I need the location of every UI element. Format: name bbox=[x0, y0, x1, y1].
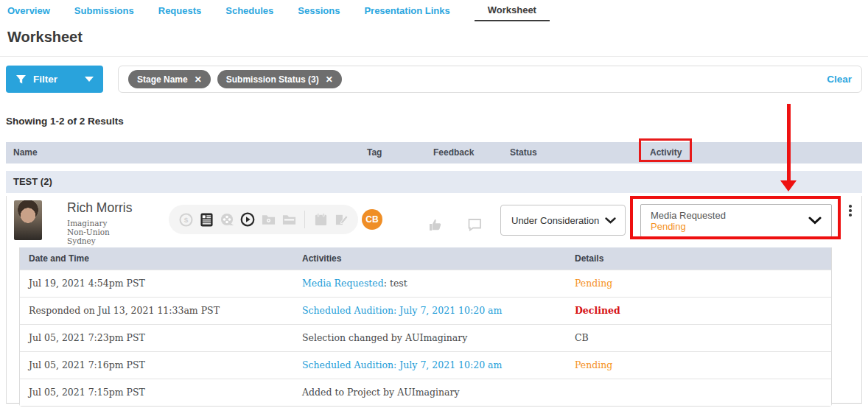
activity-description: Scheduled Audition: July 7, 2021 10:20 a… bbox=[302, 352, 502, 379]
activity-history-table: Date and Time Activities Details Jul 19,… bbox=[19, 247, 832, 407]
activity-detail: Pending bbox=[575, 270, 612, 297]
activity-link[interactable]: Scheduled Audition: July 7, 2021 10:20 a… bbox=[302, 305, 502, 316]
group-header-row[interactable]: TEST (2) bbox=[6, 171, 862, 193]
filter-button-label: Filter bbox=[33, 74, 57, 85]
page-title: Worksheet bbox=[7, 29, 83, 46]
activity-table-row: Jul 05, 2021 7:15pm PST Added to Project… bbox=[20, 379, 831, 406]
column-header-date-and-time: Date and Time bbox=[29, 247, 89, 270]
column-header-details: Details bbox=[575, 247, 603, 270]
column-header-tag: Tag bbox=[367, 142, 382, 163]
activity-detail: CB bbox=[575, 325, 589, 351]
column-header-name: Name bbox=[13, 142, 38, 163]
media-icons-pill: $ bbox=[169, 205, 358, 234]
remove-chip-icon[interactable]: ✕ bbox=[195, 74, 202, 85]
filter-chip-label: Stage Name bbox=[137, 74, 188, 85]
worksheet-table-header: Name Tag Feedback Status Activity bbox=[6, 142, 862, 163]
pill-divider bbox=[304, 211, 305, 228]
activity-text: Selection changed by AUImaginary bbox=[302, 332, 467, 343]
activity-datetime: Responded on Jul 13, 2021 11:33am PST bbox=[29, 298, 220, 324]
filter-chip-label: Submission Status (3) bbox=[226, 74, 319, 85]
resume-icon[interactable] bbox=[199, 212, 214, 227]
talent-headshot[interactable] bbox=[14, 200, 42, 240]
tab-presentation-links[interactable]: Presentation Links bbox=[364, 0, 449, 21]
activity-text: : test bbox=[384, 278, 407, 289]
reel-icon[interactable] bbox=[220, 212, 234, 227]
notes-icon[interactable] bbox=[334, 212, 349, 227]
activity-datetime: Jul 05, 2021 7:15pm PST bbox=[29, 379, 145, 406]
clear-filters-link[interactable]: Clear bbox=[827, 74, 852, 85]
activity-description: Media Requested: test bbox=[302, 270, 407, 297]
talent-agency: Imaginary bbox=[67, 219, 110, 228]
activity-table-header: Date and Time Activities Details bbox=[20, 247, 831, 270]
caret-down-icon bbox=[85, 77, 94, 82]
column-header-status: Status bbox=[510, 142, 537, 163]
talent-details: Imaginary Non-Union Sydney bbox=[67, 219, 110, 245]
tab-submissions[interactable]: Submissions bbox=[74, 0, 134, 21]
column-header-activity: Activity bbox=[650, 142, 682, 163]
talent-name[interactable]: Rich Morris bbox=[67, 200, 132, 216]
activity-table-row: Jul 19, 2021 4:54pm PST Media Requested:… bbox=[20, 270, 831, 297]
chevron-down-icon bbox=[808, 217, 822, 225]
talent-union: Non-Union bbox=[67, 228, 110, 236]
tab-overview[interactable]: Overview bbox=[7, 0, 50, 21]
tab-worksheet[interactable]: Worksheet bbox=[475, 0, 550, 21]
status-dropdown[interactable]: Under Consideration bbox=[500, 205, 626, 236]
calendar-icon[interactable] bbox=[313, 212, 328, 227]
activity-detail: Pending bbox=[575, 352, 612, 379]
attachment-folder-icon[interactable] bbox=[261, 212, 276, 227]
status-dropdown-value: Under Consideration bbox=[511, 215, 599, 226]
activity-dropdown[interactable]: Media Requested Pending bbox=[640, 204, 832, 237]
svg-text:$: $ bbox=[183, 216, 188, 224]
worksheet-page: Overview Submissions Requests Schedules … bbox=[0, 0, 868, 408]
activity-link[interactable]: Scheduled Audition: July 7, 2021 10:20 a… bbox=[302, 359, 502, 370]
activity-link[interactable]: Media Requested bbox=[302, 278, 384, 289]
active-filters-bar: Stage Name ✕ Submission Status (3) ✕ Cle… bbox=[118, 66, 862, 93]
media-play-icon[interactable] bbox=[240, 212, 255, 227]
activity-datetime: Jul 19, 2021 4:54pm PST bbox=[29, 270, 145, 297]
activity-dropdown-value: Media Requested bbox=[651, 210, 726, 221]
filter-button[interactable]: Filter bbox=[6, 66, 103, 93]
title-divider bbox=[0, 56, 868, 57]
activity-table-row: Jul 05, 2021 7:23pm PST Selection change… bbox=[20, 324, 831, 351]
tab-requests[interactable]: Requests bbox=[158, 0, 202, 21]
activity-detail: Declined bbox=[575, 298, 620, 324]
activity-datetime: Jul 05, 2021 7:23pm PST bbox=[29, 325, 145, 351]
filter-funnel-icon bbox=[15, 74, 27, 85]
activity-description: Scheduled Audition: July 7, 2021 10:20 a… bbox=[302, 298, 502, 324]
filter-chip-submission-status[interactable]: Submission Status (3) ✕ bbox=[217, 70, 342, 88]
thumbs-up-icon[interactable] bbox=[428, 217, 444, 235]
chevron-down-icon bbox=[605, 217, 616, 224]
talent-location: Sydney bbox=[67, 236, 110, 245]
activity-datetime: Jul 05, 2021 7:16pm PST bbox=[29, 352, 145, 379]
results-summary: Showing 1-2 of 2 Results bbox=[6, 116, 124, 127]
activity-dropdown-status: Pending bbox=[651, 221, 726, 232]
column-header-activities: Activities bbox=[302, 247, 341, 270]
talent-row: Rich Morris Imaginary Non-Union Sydney $ bbox=[6, 196, 862, 404]
activity-description: Added to Project by AUImaginary bbox=[302, 379, 460, 406]
activity-text: Added to Project by AUImaginary bbox=[302, 387, 460, 398]
remove-chip-icon[interactable]: ✕ bbox=[326, 74, 333, 85]
tab-sessions[interactable]: Sessions bbox=[298, 0, 340, 21]
tab-schedules[interactable]: Schedules bbox=[225, 0, 273, 21]
tag-badge[interactable]: CB bbox=[362, 209, 382, 230]
pay-rate-icon[interactable]: $ bbox=[178, 212, 193, 227]
activity-table-row: Jul 05, 2021 7:16pm PST Scheduled Auditi… bbox=[20, 351, 831, 379]
activity-table-row: Responded on Jul 13, 2021 11:33am PST Sc… bbox=[20, 297, 831, 324]
top-nav: Overview Submissions Requests Schedules … bbox=[0, 0, 868, 21]
folder-icon[interactable] bbox=[281, 212, 296, 227]
activity-description: Selection changed by AUImaginary bbox=[302, 325, 467, 351]
comment-icon[interactable] bbox=[467, 218, 483, 234]
column-header-feedback: Feedback bbox=[433, 142, 474, 163]
filter-chip-stage-name[interactable]: Stage Name ✕ bbox=[128, 70, 211, 88]
row-menu-kebab-icon[interactable] bbox=[845, 205, 855, 217]
